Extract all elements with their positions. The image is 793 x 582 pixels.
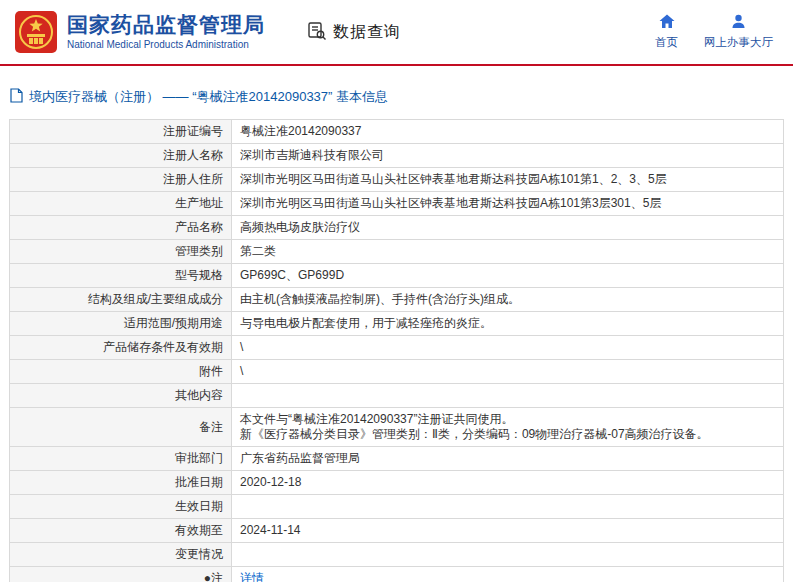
row-label: 生产地址: [10, 192, 232, 216]
row-label: 注册人名称: [10, 144, 232, 168]
table-row: 附件\: [10, 360, 784, 384]
home-icon: [659, 14, 675, 32]
table-row: ●注详情: [10, 567, 784, 582]
row-value: 粤械注准20142090337: [232, 120, 784, 144]
row-label: 审批部门: [10, 447, 232, 471]
row-label: 适用范围/预期用途: [10, 312, 232, 336]
row-label: 生效日期: [10, 495, 232, 519]
row-label: 注册人住所: [10, 168, 232, 192]
table-row: 管理类别第二类: [10, 240, 784, 264]
row-value: 深圳市吉斯迪科技有限公司: [232, 144, 784, 168]
row-value: GP699C、GP699D: [232, 264, 784, 288]
table-row: 型号规格GP699C、GP699D: [10, 264, 784, 288]
document-icon: [10, 88, 23, 106]
national-emblem-logo: [14, 10, 58, 54]
header: 国家药品监督管理局 National Medical Products Admi…: [0, 0, 793, 66]
table-row: 批准日期2020-12-18: [10, 471, 784, 495]
row-value: [232, 543, 784, 567]
data-query-section: 数据查询: [307, 21, 401, 44]
table-row: 有效期至2024-11-14: [10, 519, 784, 543]
row-label: 产品储存条件及有效期: [10, 336, 232, 360]
logo-block: 国家药品监督管理局 National Medical Products Admi…: [14, 10, 265, 54]
row-label: ●注: [10, 567, 232, 582]
row-value: 与导电电极片配套使用，用于减轻痤疮的炎症。: [232, 312, 784, 336]
nav-service-hall[interactable]: 网上办事大厅: [704, 14, 773, 50]
row-label: 附件: [10, 360, 232, 384]
table-row: 生效日期: [10, 495, 784, 519]
row-value: \: [232, 360, 784, 384]
row-label: 产品名称: [10, 216, 232, 240]
table-row: 结构及组成/主要组成成分由主机(含触摸液晶控制屏)、手持件(含治疗头)组成。: [10, 288, 784, 312]
table-row: 生产地址深圳市光明区马田街道马山头社区钟表基地君斯达科技园A栋101第3层301…: [10, 192, 784, 216]
row-value: [232, 495, 784, 519]
org-name-en: National Medical Products Administration: [67, 39, 265, 51]
row-value: 本文件与“粤械注准20142090337”注册证共同使用。 新《医疗器械分类目录…: [232, 408, 784, 447]
row-value: 2024-11-14: [232, 519, 784, 543]
table-row: 注册人名称深圳市吉斯迪科技有限公司: [10, 144, 784, 168]
row-label: 结构及组成/主要组成成分: [10, 288, 232, 312]
data-query-icon: [307, 21, 327, 44]
row-value: 第二类: [232, 240, 784, 264]
info-table-body: 注册证编号粤械注准20142090337注册人名称深圳市吉斯迪科技有限公司注册人…: [10, 120, 784, 582]
row-label: 型号规格: [10, 264, 232, 288]
table-row: 审批部门广东省药品监督管理局: [10, 447, 784, 471]
row-value: 详情: [232, 567, 784, 582]
info-table: 注册证编号粤械注准20142090337注册人名称深圳市吉斯迪科技有限公司注册人…: [9, 119, 784, 582]
nav-service-hall-label: 网上办事大厅: [704, 35, 773, 50]
nav-home-label: 首页: [655, 35, 678, 50]
person-icon: [731, 14, 746, 32]
row-label: 变更情况: [10, 543, 232, 567]
data-query-label: 数据查询: [333, 22, 401, 43]
row-value: 由主机(含触摸液晶控制屏)、手持件(含治疗头)组成。: [232, 288, 784, 312]
row-value: 广东省药品监督管理局: [232, 447, 784, 471]
table-row: 注册证编号粤械注准20142090337: [10, 120, 784, 144]
page-title: 境内医疗器械（注册） —— “粤械注准20142090337” 基本信息: [29, 88, 388, 106]
table-row: 产品名称高频热电场皮肤治疗仪: [10, 216, 784, 240]
row-value: 2020-12-18: [232, 471, 784, 495]
row-label: 有效期至: [10, 519, 232, 543]
row-label: 其他内容: [10, 384, 232, 408]
row-label: 管理类别: [10, 240, 232, 264]
table-row: 其他内容: [10, 384, 784, 408]
org-names: 国家药品监督管理局 National Medical Products Admi…: [67, 13, 265, 51]
row-value: 深圳市光明区马田街道马山头社区钟表基地君斯达科技园A栋101第3层301、5层: [232, 192, 784, 216]
table-row: 备注本文件与“粤械注准20142090337”注册证共同使用。 新《医疗器械分类…: [10, 408, 784, 447]
breadcrumb: 境内医疗器械（注册） —— “粤械注准20142090337” 基本信息: [0, 66, 793, 119]
row-label: 批准日期: [10, 471, 232, 495]
detail-link[interactable]: 详情: [240, 571, 264, 582]
org-name-cn: 国家药品监督管理局: [67, 13, 265, 37]
row-value: 高频热电场皮肤治疗仪: [232, 216, 784, 240]
row-value: \: [232, 336, 784, 360]
table-row: 产品储存条件及有效期\: [10, 336, 784, 360]
nav-home[interactable]: 首页: [655, 14, 678, 50]
row-label: 注册证编号: [10, 120, 232, 144]
table-row: 适用范围/预期用途与导电电极片配套使用，用于减轻痤疮的炎症。: [10, 312, 784, 336]
row-label: 备注: [10, 408, 232, 447]
row-value: [232, 384, 784, 408]
top-nav: 首页 网上办事大厅: [655, 14, 779, 50]
row-value: 深圳市光明区马田街道马山头社区钟表基地君斯达科技园A栋101第1、2、3、5层: [232, 168, 784, 192]
table-row: 变更情况: [10, 543, 784, 567]
table-row: 注册人住所深圳市光明区马田街道马山头社区钟表基地君斯达科技园A栋101第1、2、…: [10, 168, 784, 192]
